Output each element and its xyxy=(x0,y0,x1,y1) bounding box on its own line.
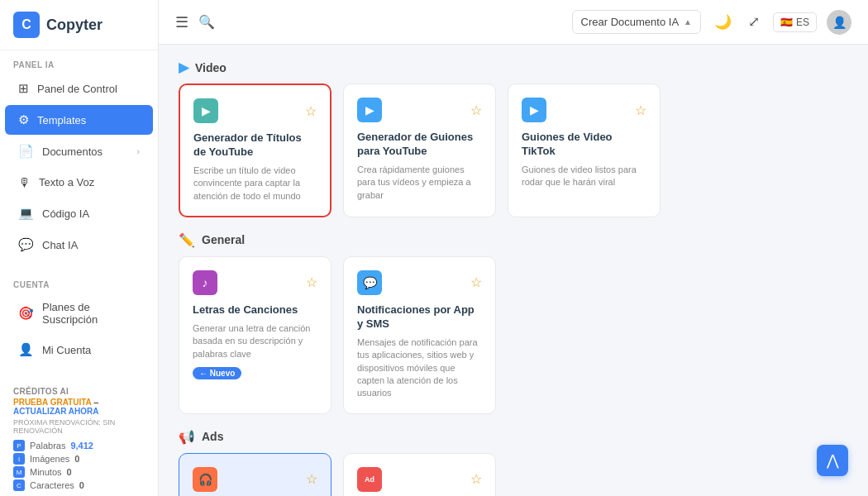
chat-icon: 💬 xyxy=(18,237,34,252)
trial-label: PRUEBA GRATUITA xyxy=(13,398,92,407)
caracteres-icon: C xyxy=(13,479,25,491)
card-title: Guiones de Video TikTok xyxy=(522,131,646,159)
new-badge: ← Nuevo xyxy=(193,367,241,379)
star-icon[interactable]: ☆ xyxy=(470,274,482,290)
scroll-top-button[interactable]: ⋀ xyxy=(817,445,848,476)
gear-icon: ⚙ xyxy=(18,112,29,127)
plan-value: PRUEBA GRATUITA – ACTUALIZAR AHORA xyxy=(13,398,145,416)
card-title: Notificaciones por App y SMS xyxy=(357,303,482,331)
sidebar-item-codigo-ia[interactable]: 💻 Código IA xyxy=(5,198,153,228)
topbar: ☰ 🔍 Crear Documento IA ▲ 🌙 ⤢ 🇪🇸 ES 👤 xyxy=(159,0,868,45)
card-icon-blue: 💬 xyxy=(357,270,382,295)
card-guiones-tiktok[interactable]: ▶ ☆ Guiones de Video TikTok Guiones de v… xyxy=(508,83,661,217)
credit-imagenes-label: Imágenes xyxy=(30,454,69,464)
card-icon-row: ▶ ☆ xyxy=(193,98,317,123)
sidebar-item-mi-cuenta[interactable]: 👤 Mi Cuenta xyxy=(5,335,153,365)
chevron-right-icon: › xyxy=(136,146,140,156)
app-name: Copyter xyxy=(46,17,103,34)
star-icon[interactable]: ☆ xyxy=(470,471,482,487)
credit-row-minutos: M Minutos 0 xyxy=(13,466,145,478)
card-icon-row: Ad ☆ xyxy=(357,467,482,492)
sidebar-item-label: Texto a Voz xyxy=(39,176,94,188)
general-section-label: General xyxy=(202,233,245,246)
card-titulos-clickbait[interactable]: 🎧 ☆ Títulos Clickbait xyxy=(179,453,331,496)
credit-caracteres-label: Caracteres xyxy=(30,480,74,490)
language-selector[interactable]: 🇪🇸 ES xyxy=(773,12,817,32)
card-icon-orange: 🎧 xyxy=(193,467,217,492)
card-icon-purple: ♪ xyxy=(193,270,217,295)
sidebar-item-documentos[interactable]: 📄 Documentos › xyxy=(5,136,153,166)
sidebar-item-texto-voz[interactable]: 🎙 Texto a Voz xyxy=(5,168,153,197)
credit-row-caracteres: C Caracteres 0 xyxy=(13,479,145,491)
content-area: ▶ Video ▶ ☆ Generador de Títulos de YouT… xyxy=(159,45,868,496)
sidebar-item-panel-control[interactable]: ⊞ Panel de Control xyxy=(5,74,153,103)
palabras-icon: P xyxy=(13,440,25,451)
renewal-label: PRÓXIMA RENOVACIÓN: SIN RENOVACIÓN xyxy=(13,418,145,435)
grid-icon: ⊞ xyxy=(18,81,29,96)
card-icon-row: 🎧 ☆ xyxy=(193,467,317,492)
card-icon-blue: ▶ xyxy=(522,98,546,122)
sidebar-item-chat-ia[interactable]: 💬 Chat IA xyxy=(5,230,153,260)
card-notificaciones-app[interactable]: 💬 ☆ Notificaciones por App y SMS Mensaje… xyxy=(343,256,496,414)
imagenes-icon: I xyxy=(13,453,25,465)
crear-doc-label: Crear Documento IA xyxy=(581,16,680,28)
star-icon[interactable]: ☆ xyxy=(635,103,646,118)
card-icon-row: ▶ ☆ xyxy=(357,98,482,122)
card-icon-red: Ad xyxy=(357,467,382,492)
flag-icon: 🇪🇸 xyxy=(780,17,793,28)
credit-imagenes-val: 0 xyxy=(74,454,79,464)
card-gen-titulos-yt[interactable]: ▶ ☆ Generador de Títulos de YouTube Escr… xyxy=(179,83,331,217)
star-icon[interactable]: ☆ xyxy=(470,103,482,118)
sidebar-item-label: Chat IA xyxy=(42,239,78,251)
sidebar-item-label: Código IA xyxy=(42,207,89,220)
sidebar-item-planes[interactable]: 🎯 Planes de Suscripción xyxy=(5,293,153,333)
panel-ia-section-label: PANEL IA xyxy=(0,50,158,73)
cuenta-section-label: CUENTA xyxy=(0,270,158,293)
ads-cards-grid: 🎧 ☆ Títulos Clickbait Ad ☆ Titulares de … xyxy=(179,453,848,496)
credits-label: CRÉDITOS AI xyxy=(13,387,145,396)
card-icon-blue: ▶ xyxy=(357,98,382,122)
card-title: Generador de Títulos de YouTube xyxy=(193,131,317,160)
dark-mode-icon[interactable]: 🌙 xyxy=(711,10,735,34)
ads-section-label: Ads xyxy=(202,430,223,443)
plans-icon: 🎯 xyxy=(18,306,34,321)
avatar[interactable]: 👤 xyxy=(827,10,851,35)
general-section-header: ✏️ General xyxy=(179,217,848,256)
card-titulares-anuncios[interactable]: Ad ☆ Titulares de Anuncios xyxy=(343,453,496,496)
menu-icon[interactable]: ☰ xyxy=(175,13,188,31)
credit-minutos-val: 0 xyxy=(67,467,72,477)
sidebar-item-label: Templates xyxy=(37,114,86,126)
credit-row-imagenes: I Imágenes 0 xyxy=(13,453,145,465)
card-letras-canciones[interactable]: ♪ ☆ Letras de Canciones Generar una letr… xyxy=(179,256,331,414)
crear-documento-button[interactable]: Crear Documento IA ▲ xyxy=(572,10,701,34)
star-icon[interactable]: ☆ xyxy=(305,103,317,119)
star-icon[interactable]: ☆ xyxy=(306,274,317,290)
sidebar-item-label: Mi Cuenta xyxy=(42,344,91,356)
lang-code: ES xyxy=(796,17,809,28)
card-icon-row: ▶ ☆ xyxy=(522,98,646,122)
credit-palabras-label: Palabras xyxy=(30,441,65,451)
topbar-left: ☰ 🔍 xyxy=(175,13,215,31)
logo-box: C xyxy=(13,12,40,38)
ads-icon: 📢 xyxy=(179,429,195,445)
star-icon[interactable]: ☆ xyxy=(306,471,317,487)
card-icon-row: ♪ ☆ xyxy=(193,270,317,295)
mic-icon: 🎙 xyxy=(18,175,31,189)
credit-row-palabras: P Palabras 9,412 xyxy=(13,440,145,451)
chevron-up-icon: ⋀ xyxy=(827,451,839,470)
upgrade-link[interactable]: ACTUALIZAR AHORA xyxy=(13,407,99,416)
fullscreen-icon[interactable]: ⤢ xyxy=(745,10,763,34)
video-cards-grid: ▶ ☆ Generador de Títulos de YouTube Escr… xyxy=(179,83,848,217)
minutos-icon: M xyxy=(13,466,25,478)
card-gen-guiones-yt[interactable]: ▶ ☆ Generador de Guiones para YouTube Cr… xyxy=(343,83,496,217)
general-cards-grid: ♪ ☆ Letras de Canciones Generar una letr… xyxy=(179,256,848,414)
sidebar-item-templates[interactable]: ⚙ Templates xyxy=(5,105,153,135)
ads-section-header: 📢 Ads xyxy=(179,414,848,453)
logo-area: C Copyter xyxy=(0,0,158,50)
pencil-icon: ✏️ xyxy=(179,232,195,248)
video-section-header: ▶ Video xyxy=(179,45,848,83)
sidebar-item-label: Panel de Control xyxy=(37,83,117,95)
video-section-label: Video xyxy=(195,61,227,74)
search-icon[interactable]: 🔍 xyxy=(198,14,215,30)
video-icon: ▶ xyxy=(179,60,188,75)
